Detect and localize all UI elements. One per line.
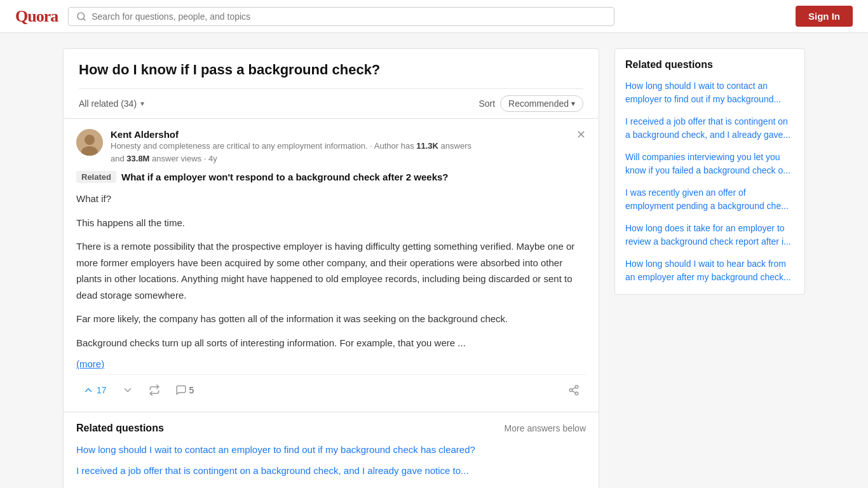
svg-line-1: [83, 18, 85, 20]
answer-block: Kent Aldershof Honesty and completeness …: [63, 119, 599, 412]
answers-bar: All related (34) ▾ Sort Recommended ▾: [79, 88, 583, 118]
search-input[interactable]: [92, 11, 606, 22]
answer-para-1: What if?: [76, 191, 586, 207]
main-content: How do I know if I pass a background che…: [63, 48, 599, 488]
answer-para-5: Background checks turn up all sorts of i…: [76, 335, 586, 351]
upvote-count: 17: [97, 385, 107, 395]
related-questions-header: Related questions More answers below: [76, 423, 586, 434]
sidebar-link-3[interactable]: Will companies interviewing you let you …: [625, 151, 794, 177]
related-questions-block: Related questions More answers below How…: [63, 412, 599, 488]
downvote-icon: [122, 384, 133, 396]
more-link[interactable]: (more): [76, 358, 104, 369]
external-share-icon: [568, 384, 580, 396]
upvote-button[interactable]: 17: [76, 381, 113, 399]
chevron-down-icon: ▾: [140, 99, 144, 108]
sidebar-link-2[interactable]: I received a job offer that is contingen…: [625, 115, 794, 142]
more-answers-below: More answers below: [505, 423, 586, 433]
page-body: How do I know if I pass a background che…: [53, 33, 815, 488]
related-question-link-2[interactable]: I received a job offer that is contingen…: [76, 464, 586, 478]
external-share-button[interactable]: [562, 381, 586, 399]
all-related-label: All related (34): [79, 98, 137, 109]
question-card: How do I know if I pass a background che…: [63, 48, 599, 119]
share-icon: [149, 384, 160, 396]
sort-dropdown[interactable]: Recommended ▾: [500, 95, 583, 112]
sort-area: Sort Recommended ▾: [478, 95, 583, 112]
author-name: Kent Aldershof: [111, 129, 471, 140]
sidebar-link-1[interactable]: How long should I wait to contact an emp…: [625, 79, 794, 106]
downvote-button[interactable]: [116, 381, 140, 399]
avatar-image: [76, 129, 103, 156]
search-icon: [76, 11, 86, 22]
svg-line-8: [572, 391, 575, 393]
sort-label: Sort: [478, 98, 495, 109]
related-question-link[interactable]: What if a employer won't respond to a ba…: [121, 172, 449, 182]
avatar: [76, 129, 103, 156]
author-details: Kent Aldershof Honesty and completeness …: [111, 129, 471, 165]
related-tag-line: Related What if a employer won't respond…: [76, 171, 586, 183]
all-related-toggle[interactable]: All related (34) ▾: [79, 98, 144, 109]
sidebar: Related questions How long should I wait…: [614, 48, 805, 488]
site-header: Quora Sign In: [0, 0, 868, 33]
answer-header: Kent Aldershof Honesty and completeness …: [76, 129, 586, 165]
question-title: How do I know if I pass a background che…: [79, 62, 583, 78]
action-bar: 17 5: [76, 374, 586, 402]
chevron-down-icon: ▾: [571, 99, 575, 108]
author-info: Kent Aldershof Honesty and completeness …: [76, 129, 471, 165]
author-meta: Honesty and completeness are critical to…: [111, 140, 471, 165]
comment-count: 5: [189, 385, 194, 395]
comment-button[interactable]: 5: [169, 381, 201, 399]
signin-button[interactable]: Sign In: [796, 6, 853, 27]
sidebar-link-6[interactable]: How long should I wait to hear back from…: [625, 257, 794, 284]
svg-line-9: [572, 388, 575, 390]
answer-text: What if? This happens all the time. Ther…: [76, 191, 586, 351]
sidebar-link-5[interactable]: How long does it take for an employer to…: [625, 222, 794, 248]
related-question-link-1[interactable]: How long should I wait to contact an emp…: [76, 443, 586, 458]
related-questions-block-title: Related questions: [76, 423, 164, 434]
answer-para-2: This happens all the time.: [76, 215, 586, 231]
related-badge: Related: [76, 171, 116, 183]
sidebar-card: Related questions How long should I wait…: [614, 48, 805, 295]
upvote-icon: [83, 384, 94, 396]
sidebar-card-title: Related questions: [625, 59, 794, 71]
svg-point-3: [85, 135, 95, 145]
quora-logo: Quora: [15, 7, 58, 26]
sort-dropdown-value: Recommended: [508, 98, 569, 109]
comment-icon: [175, 384, 187, 396]
search-bar[interactable]: [68, 7, 614, 26]
sidebar-link-4[interactable]: I was recently given an offer of employm…: [625, 186, 794, 213]
close-button[interactable]: ✕: [576, 129, 586, 140]
answer-para-4: Far more likely, the company has gotten …: [76, 311, 586, 327]
answer-para-3: There is a remote possibility that the p…: [76, 238, 586, 303]
share-button[interactable]: [142, 381, 166, 399]
